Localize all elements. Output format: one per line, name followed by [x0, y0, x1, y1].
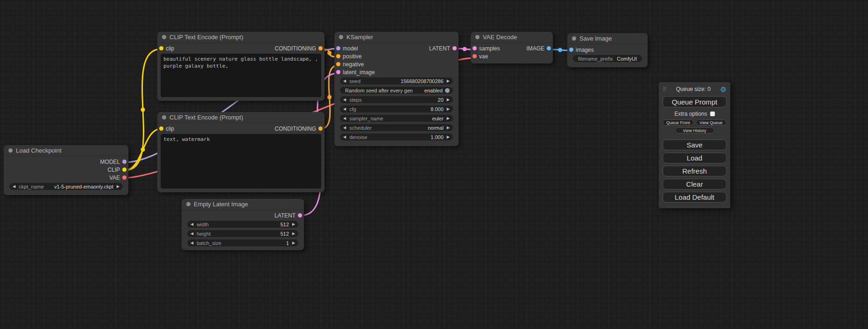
collapse-dot[interactable]	[186, 202, 191, 206]
clear-button[interactable]: Clear	[663, 179, 727, 189]
node-header[interactable]: CLIP Text Encode (Prompt)	[157, 32, 325, 43]
input-slot-samples[interactable]	[473, 46, 477, 50]
input-label-samples: samples	[479, 45, 500, 52]
collapse-dot[interactable]	[572, 36, 576, 41]
node-save-image[interactable]: Save Image images filename_prefix ComfyU…	[567, 33, 648, 67]
increment-icon[interactable]: ▶	[447, 126, 450, 130]
extra-options-label: Extra options	[674, 111, 707, 117]
widget-filename-prefix[interactable]: filename_prefix ComfyUI	[573, 55, 642, 62]
node-vae-decode[interactable]: VAE Decode samples IMAGE vae	[471, 32, 553, 63]
positive-prompt-textarea[interactable]: beautiful scenery nature glass bottle la…	[161, 54, 321, 97]
save-button[interactable]: Save	[663, 140, 727, 150]
input-slot-positive[interactable]	[336, 54, 340, 58]
widget-sampler-name[interactable]: ◀ sampler_name euler ▶	[340, 115, 453, 122]
increment-icon[interactable]: ▶	[447, 79, 450, 83]
increment-icon[interactable]: ▶	[292, 241, 295, 245]
widget-cfg[interactable]: ◀ cfg 8.000 ▶	[340, 105, 453, 112]
decrement-icon[interactable]: ◀	[191, 241, 193, 245]
decrement-icon[interactable]: ◀	[13, 185, 15, 189]
output-label-vae: VAE	[109, 175, 120, 181]
increment-icon[interactable]: ▶	[447, 98, 450, 102]
node-header[interactable]: Save Image	[567, 33, 648, 44]
widget-value: 8.000	[430, 106, 444, 112]
widget-value: ComfyUI	[617, 56, 637, 62]
toggle-knob-icon[interactable]	[445, 88, 450, 93]
output-slot-vae[interactable]	[122, 175, 127, 180]
view-queue-button[interactable]: View Queue	[696, 119, 727, 126]
node-header[interactable]: CLIP Text Encode (Prompt)	[157, 112, 325, 123]
refresh-button[interactable]: Refresh	[663, 166, 727, 176]
drag-handle-icon[interactable]: ⠿	[663, 86, 666, 92]
view-history-button[interactable]: View History	[675, 127, 714, 133]
widget-seed[interactable]: ◀ seed 156680208700286 ▶	[340, 77, 453, 84]
collapse-dot[interactable]	[8, 148, 13, 153]
output-slot-image[interactable]	[547, 46, 551, 50]
node-clip-text-encode-negative[interactable]: CLIP Text Encode (Prompt) clip CONDITION…	[157, 112, 325, 192]
queue-front-button[interactable]: Queue Front	[663, 119, 694, 126]
node-header[interactable]: KSampler	[334, 32, 459, 43]
node-clip-text-encode-positive[interactable]: CLIP Text Encode (Prompt) clip CONDITION…	[157, 32, 325, 101]
output-label-image: IMAGE	[526, 45, 544, 52]
widget-steps[interactable]: ◀ steps 20 ▶	[340, 96, 453, 103]
decrement-icon[interactable]: ◀	[343, 135, 346, 139]
node-empty-latent-image[interactable]: Empty Latent Image LATENT ◀ width 512 ▶ …	[182, 199, 304, 250]
decrement-icon[interactable]: ◀	[191, 232, 193, 236]
widget-ckpt-name[interactable]: ◀ ckpt_name v1-5-pruned-emaonly.ckpt ▶	[9, 183, 123, 190]
input-slot-latent-image[interactable]	[336, 70, 340, 74]
node-header[interactable]: VAE Decode	[471, 32, 553, 43]
load-button[interactable]: Load	[663, 153, 727, 163]
output-slot-model[interactable]	[122, 160, 127, 164]
input-label-clip: clip	[166, 45, 174, 52]
input-slot-model[interactable]	[336, 46, 340, 50]
collapse-dot[interactable]	[162, 35, 166, 39]
decrement-icon[interactable]: ◀	[343, 126, 346, 130]
queue-prompt-button[interactable]: Queue Prompt	[663, 96, 727, 107]
increment-icon[interactable]: ▶	[447, 135, 450, 139]
node-header[interactable]: Load Checkpoint	[4, 145, 128, 156]
slot-row: latent_image	[334, 68, 459, 76]
load-default-button[interactable]: Load Default	[663, 192, 727, 203]
increment-icon[interactable]: ▶	[292, 232, 295, 236]
widget-height[interactable]: ◀ height 512 ▶	[187, 230, 298, 237]
increment-icon[interactable]: ▶	[292, 223, 295, 226]
output-slot-latent[interactable]	[452, 46, 457, 50]
output-slot-conditioning[interactable]	[318, 126, 323, 131]
widget-value: normal	[428, 125, 444, 131]
increment-icon[interactable]: ▶	[117, 185, 120, 189]
collapse-dot[interactable]	[475, 35, 480, 39]
input-slot-images[interactable]	[569, 48, 573, 52]
output-slot-conditioning[interactable]	[318, 46, 323, 50]
node-load-checkpoint[interactable]: Load Checkpoint MODEL CLIP VAE ◀ ckpt_na…	[4, 145, 128, 195]
collapse-dot[interactable]	[162, 115, 166, 119]
menu-header: ⠿ Queue size: 0 ⚙	[663, 85, 727, 93]
widget-label: cfg	[349, 106, 356, 112]
history-row: View History	[663, 127, 727, 133]
output-slot-clip[interactable]	[122, 168, 127, 172]
increment-icon[interactable]: ▶	[447, 117, 450, 120]
widget-width[interactable]: ◀ width 512 ▶	[187, 221, 298, 228]
increment-icon[interactable]: ▶	[447, 107, 450, 111]
output-label-conditioning: CONDITIONING	[275, 126, 316, 132]
widget-value: 20	[438, 97, 444, 103]
widget-batch-size[interactable]: ◀ batch_size 1 ▶	[187, 239, 298, 246]
widget-denoise[interactable]: ◀ denoise 1.000 ▶	[340, 133, 453, 140]
widget-random-seed-toggle[interactable]: Random seed after every gen enabled	[340, 87, 453, 94]
node-header[interactable]: Empty Latent Image	[182, 199, 304, 210]
decrement-icon[interactable]: ◀	[343, 98, 346, 102]
input-slot-clip[interactable]	[159, 46, 163, 50]
decrement-icon[interactable]: ◀	[343, 117, 346, 120]
input-slot-clip[interactable]	[159, 126, 163, 131]
decrement-icon[interactable]: ◀	[343, 79, 346, 83]
output-slot-latent[interactable]	[298, 213, 302, 217]
collapse-dot[interactable]	[339, 35, 343, 39]
input-slot-vae[interactable]	[473, 54, 477, 58]
widget-scheduler[interactable]: ◀ scheduler normal ▶	[340, 124, 453, 131]
decrement-icon[interactable]: ◀	[343, 107, 346, 111]
negative-prompt-textarea[interactable]: text, watermark	[161, 134, 321, 189]
input-slot-negative[interactable]	[336, 62, 340, 66]
settings-gear-icon[interactable]: ⚙	[720, 86, 727, 93]
widget-label: seed	[349, 78, 360, 84]
node-ksampler[interactable]: KSampler model LATENT positive negative	[334, 32, 459, 146]
decrement-icon[interactable]: ◀	[191, 223, 193, 226]
extra-options-checkbox[interactable]	[710, 112, 715, 116]
